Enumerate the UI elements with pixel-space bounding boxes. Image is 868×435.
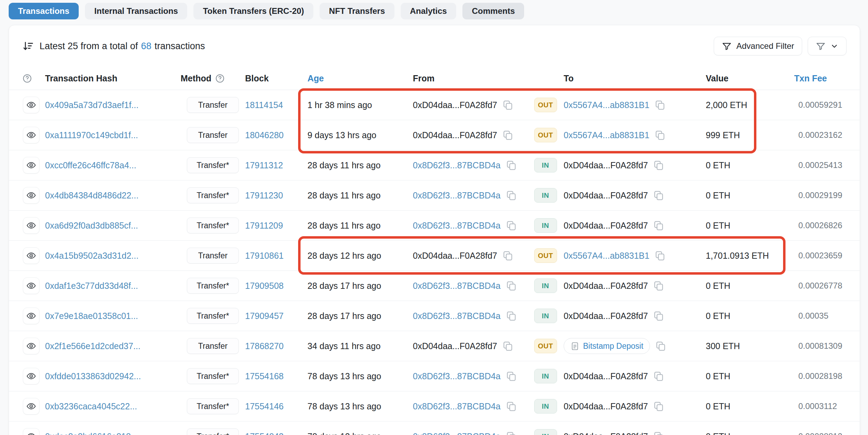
eye-button[interactable]: [23, 157, 40, 174]
tx-hash-link[interactable]: 0x4a15b9502a3d31d2...: [45, 251, 139, 261]
eye-icon: [26, 250, 36, 261]
copy-from-address-button[interactable]: [506, 220, 517, 231]
tx-hash-link[interactable]: 0xfdde0133863d02942...: [45, 371, 141, 381]
transactions-summary: Latest 25 from a total of 68 transaction…: [22, 40, 205, 52]
copy-to-address-button[interactable]: [654, 99, 666, 110]
eye-button[interactable]: [23, 277, 40, 294]
copy-from-address-button[interactable]: [506, 160, 517, 171]
block-link[interactable]: 17909508: [245, 281, 284, 291]
copy-to-address-button[interactable]: [653, 280, 664, 291]
block-link[interactable]: 17911230: [245, 190, 283, 201]
copy-to-address-button[interactable]: [653, 401, 664, 412]
copy-to-address-button[interactable]: [655, 340, 666, 352]
from-address[interactable]: 0x8D62f3...87BCBD4a: [413, 371, 501, 381]
from-address[interactable]: 0x8D62f3...87BCBD4a: [413, 311, 501, 321]
eye-button[interactable]: [23, 127, 40, 143]
total-count-link[interactable]: 68: [141, 41, 151, 52]
copy-to-address-button[interactable]: [654, 130, 666, 141]
block-link[interactable]: 17554146: [245, 401, 284, 411]
tab-analytics[interactable]: Analytics: [401, 3, 457, 19]
block-link[interactable]: 17554168: [245, 371, 284, 381]
to-address[interactable]: 0x5567A4...ab8831B1: [564, 130, 649, 140]
value-text: 0 ETH: [706, 190, 730, 201]
copy-from-address-button[interactable]: [502, 340, 513, 352]
eye-button[interactable]: [23, 187, 40, 204]
tx-hash-link[interactable]: 0xdec8a8bd6616e818...: [45, 432, 138, 435]
from-address[interactable]: 0x8D62f3...87BCBD4a: [413, 401, 501, 411]
copy-to-address-button[interactable]: [653, 371, 664, 382]
to-address[interactable]: 0x5567A4...ab8831B1: [564, 251, 649, 261]
tx-hash-link[interactable]: 0xdaf1e3c77dd33d48f...: [45, 281, 138, 291]
from-address[interactable]: 0x8D62f3...87BCBD4a: [413, 281, 501, 291]
block-link[interactable]: 17554043: [245, 432, 284, 435]
eye-button[interactable]: [23, 97, 40, 113]
eye-button[interactable]: [23, 308, 40, 324]
eye-button[interactable]: [23, 428, 40, 435]
tx-hash-link[interactable]: 0xb3236caca4045c22...: [45, 401, 137, 411]
copy-to-address-button[interactable]: [653, 431, 664, 435]
age-text: 28 days 11 hrs ago: [307, 160, 381, 170]
tx-hash-link[interactable]: 0x7e9e18ae01358c01...: [45, 311, 138, 321]
copy-from-address-button[interactable]: [506, 431, 517, 435]
filter-dropdown-button[interactable]: [808, 37, 847, 55]
eye-button[interactable]: [23, 368, 40, 384]
block-link[interactable]: 18046280: [245, 130, 284, 140]
block-link[interactable]: 18114154: [245, 100, 283, 110]
funnel-icon: [722, 41, 732, 51]
from-address[interactable]: 0x8D62f3...87BCBD4a: [413, 432, 501, 435]
card-header: Latest 25 from a total of 68 transaction…: [9, 25, 860, 67]
value-text: 1,701.0913 ETH: [706, 251, 769, 261]
from-address[interactable]: 0x8D62f3...87BCBD4a: [413, 221, 501, 231]
copy-from-address-button[interactable]: [506, 310, 517, 321]
copy-from-address-button[interactable]: [506, 401, 517, 412]
tab-nft-transfers[interactable]: NFT Transfers: [320, 3, 394, 19]
tab-comments[interactable]: Comments: [462, 3, 524, 19]
address-name-tag[interactable]: Bitstamp Deposit: [564, 338, 650, 354]
tx-hash-link[interactable]: 0xa1111970c149cbd1f...: [45, 130, 138, 140]
tx-hash-link[interactable]: 0x4db84384d8486d22...: [45, 190, 139, 201]
tx-hash-link[interactable]: 0x2f1e566e1d2cded37...: [45, 341, 140, 351]
tx-hash-link[interactable]: 0xcc0ffe26c46ffc78a4...: [45, 160, 136, 170]
block-link[interactable]: 17868270: [245, 341, 284, 351]
eye-button[interactable]: [23, 247, 40, 264]
copy-from-address-button[interactable]: [502, 250, 513, 261]
block-link[interactable]: 17911312: [245, 160, 283, 170]
direction-badge: OUT: [534, 339, 557, 353]
summary-prefix: Latest 25 from a total of: [40, 41, 138, 52]
copy-to-address-button[interactable]: [653, 220, 664, 231]
from-address[interactable]: 0x8D62f3...87BCBD4a: [413, 190, 501, 201]
direction-badge: IN: [534, 218, 557, 233]
from-address[interactable]: 0x8D62f3...87BCBD4a: [413, 160, 501, 170]
eye-icon: [26, 160, 36, 170]
tx-hash-link[interactable]: 0x409a5a73d7d3aef1f...: [45, 100, 139, 110]
block-link[interactable]: 17910861: [245, 251, 284, 261]
copy-to-address-button[interactable]: [653, 310, 664, 321]
tab-token-transfers[interactable]: Token Transfers (ERC-20): [193, 3, 313, 19]
to-address: 0xD04daa...F0A28fd7: [564, 432, 648, 435]
eye-button[interactable]: [23, 398, 40, 415]
copy-from-address-button[interactable]: [502, 130, 513, 141]
copy-from-address-button[interactable]: [506, 371, 517, 382]
header-age-link[interactable]: Age: [307, 73, 413, 83]
value-text: 2,000 ETH: [706, 100, 747, 110]
tx-hash-link[interactable]: 0xa6d92f0ad3db885cf...: [45, 221, 138, 231]
copy-from-address-button[interactable]: [506, 190, 517, 201]
direction-badge: IN: [534, 278, 557, 293]
copy-from-address-button[interactable]: [502, 99, 513, 110]
eye-button[interactable]: [23, 338, 40, 354]
header-txn-fee-link[interactable]: Txn Fee: [794, 73, 847, 83]
eye-icon: [26, 220, 36, 231]
tab-internal-transactions[interactable]: Internal Transactions: [85, 3, 187, 19]
advanced-filter-button[interactable]: Advanced Filter: [714, 37, 802, 55]
copy-to-address-button[interactable]: [654, 250, 666, 261]
block-link[interactable]: 17911209: [245, 221, 283, 231]
block-link[interactable]: 17909457: [245, 311, 284, 321]
copy-from-address-button[interactable]: [506, 280, 517, 291]
copy-to-address-button[interactable]: [653, 160, 664, 171]
to-address[interactable]: 0x5567A4...ab8831B1: [564, 100, 649, 110]
txn-fee-text: 0.00025413: [794, 160, 842, 170]
eye-button[interactable]: [23, 217, 40, 234]
txn-fee-text: 0.00028198: [794, 371, 842, 381]
tab-transactions[interactable]: Transactions: [9, 3, 79, 19]
copy-to-address-button[interactable]: [653, 190, 664, 201]
